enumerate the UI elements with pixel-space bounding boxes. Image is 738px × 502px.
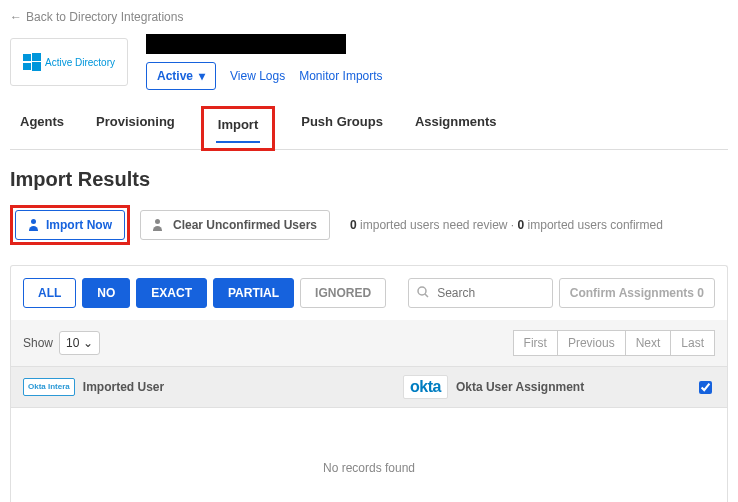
page-title: Import Results: [10, 168, 728, 191]
table-controls: Show 10 ⌄ First Previous Next Last: [10, 320, 728, 367]
table-body: No records found: [10, 408, 728, 502]
review-text: imported users need review: [360, 218, 507, 232]
pager-first[interactable]: First: [513, 330, 558, 356]
svg-point-4: [418, 287, 426, 295]
import-now-button[interactable]: Import Now: [15, 210, 125, 240]
header-actions: Active ▾ View Logs Monitor Imports: [146, 62, 383, 90]
select-all-checkbox[interactable]: [699, 381, 712, 394]
tab-push-groups[interactable]: Push Groups: [295, 104, 389, 149]
review-count: 0: [350, 218, 357, 232]
tab-import[interactable]: Import: [212, 113, 264, 142]
status-dropdown[interactable]: Active ▾: [146, 62, 216, 90]
back-link-label: Back to Directory Integrations: [26, 10, 183, 24]
show-value: 10: [66, 336, 79, 350]
windows-icon: [23, 53, 41, 71]
app-header: Active Directory Active ▾ View Logs Moni…: [10, 34, 728, 90]
filter-ignored[interactable]: IGNORED: [300, 278, 386, 308]
svg-rect-0: [23, 54, 31, 61]
status-sep: ·: [511, 218, 514, 232]
arrow-left-icon: ←: [10, 10, 22, 24]
clear-unconfirmed-label: Clear Unconfirmed Users: [173, 218, 317, 232]
svg-rect-1: [32, 53, 41, 61]
pager: First Previous Next Last: [513, 330, 715, 356]
show-select[interactable]: 10 ⌄: [59, 331, 100, 355]
import-now-label: Import Now: [46, 218, 112, 232]
search-box[interactable]: [408, 278, 553, 308]
col-imported-label: Imported User: [83, 380, 164, 394]
tab-import-highlight: Import: [201, 106, 275, 151]
chevron-down-icon: ⌄: [83, 336, 93, 350]
filter-partial[interactable]: PARTIAL: [213, 278, 294, 308]
app-logo-label: Active Directory: [45, 57, 115, 68]
pager-last[interactable]: Last: [671, 330, 715, 356]
col-imported-user: Okta Intera Imported User: [23, 378, 403, 396]
col-okta-label: Okta User Assignment: [456, 380, 584, 394]
confirmed-text: imported users confirmed: [528, 218, 663, 232]
user-import-icon: [28, 219, 40, 231]
import-status-text: 0 imported users need review · 0 importe…: [350, 218, 663, 232]
svg-line-5: [425, 294, 428, 297]
okta-logo-icon: okta: [403, 375, 448, 399]
header-main: Active ▾ View Logs Monitor Imports: [146, 34, 383, 90]
filter-exact[interactable]: EXACT: [136, 278, 207, 308]
monitor-imports-link[interactable]: Monitor Imports: [299, 69, 382, 83]
app-logo-box: Active Directory: [10, 38, 128, 86]
source-app-badge: Okta Intera: [23, 378, 75, 396]
pager-prev[interactable]: Previous: [558, 330, 626, 356]
confirmed-count: 0: [518, 218, 525, 232]
tab-provisioning[interactable]: Provisioning: [90, 104, 181, 149]
filter-all[interactable]: ALL: [23, 278, 76, 308]
filter-bar: ALL NO EXACT PARTIAL IGNORED Confirm Ass…: [10, 265, 728, 320]
clear-unconfirmed-button[interactable]: Clear Unconfirmed Users: [140, 210, 330, 240]
view-logs-link[interactable]: View Logs: [230, 69, 285, 83]
tab-agents[interactable]: Agents: [14, 104, 70, 149]
pager-next[interactable]: Next: [626, 330, 672, 356]
show-label: Show: [23, 336, 53, 350]
svg-rect-3: [32, 62, 41, 71]
filter-no[interactable]: NO: [82, 278, 130, 308]
svg-rect-2: [23, 63, 31, 70]
action-row: Import Now Clear Unconfirmed Users 0 imp…: [10, 205, 728, 245]
import-now-highlight: Import Now: [10, 205, 130, 245]
status-label: Active: [157, 69, 193, 83]
col-okta-assignment: okta Okta User Assignment: [403, 375, 715, 399]
tab-bar: Agents Provisioning Import Push Groups A…: [10, 104, 728, 150]
app-title: [146, 34, 346, 54]
tab-assignments[interactable]: Assignments: [409, 104, 503, 149]
empty-state-text: No records found: [323, 461, 415, 475]
search-input[interactable]: [435, 285, 544, 301]
back-to-directory-link[interactable]: ← Back to Directory Integrations: [10, 10, 728, 24]
confirm-assignments-button[interactable]: Confirm Assignments 0: [559, 278, 715, 308]
table-header-row: Okta Intera Imported User okta Okta User…: [10, 367, 728, 408]
caret-down-icon: ▾: [199, 69, 205, 83]
user-clear-icon: [153, 219, 167, 231]
search-icon: [417, 286, 429, 301]
